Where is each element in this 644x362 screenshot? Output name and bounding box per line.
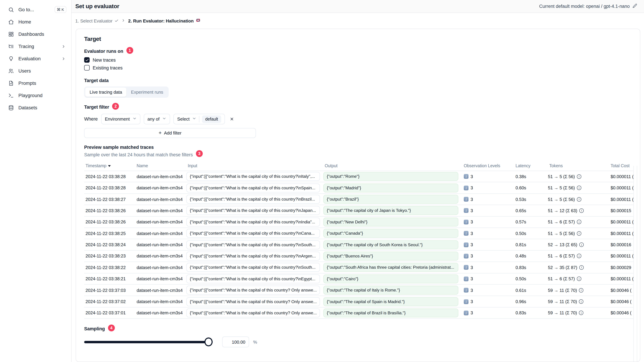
info-circle-icon[interactable]: i <box>579 243 584 247</box>
cell-input[interactable]: {"input":[{"content":"What is the capita… <box>186 263 320 272</box>
column-header-observation-levels[interactable]: Observation Levels <box>462 163 514 168</box>
sidebar-item-label: Home <box>18 19 66 24</box>
cell-input[interactable]: {"input":[{"content":"What is the capita… <box>186 252 320 261</box>
slider-thumb[interactable] <box>204 338 212 346</box>
sidebar-item-evaluation[interactable]: Evaluation <box>0 52 71 65</box>
cell-tokens: 59 → 11 (Σ 70) i <box>548 310 609 316</box>
tab-live-tracing-data[interactable]: Live tracing data <box>85 87 126 97</box>
cell-output[interactable]: {"output":"The capital city of South Kor… <box>323 240 458 249</box>
column-header-tokens[interactable]: Tokens <box>548 163 609 168</box>
cell-output[interactable]: {"output":"Madrid"} <box>323 183 458 192</box>
cell-output[interactable]: {"output":"The capital city of Japan is … <box>323 206 458 215</box>
table-row: 2024-11-22 03:37:03 dataset-run-item-cm3… <box>84 285 634 296</box>
filter-value-select[interactable]: Select default <box>174 114 225 124</box>
cell-latency: 0.50s <box>514 276 548 282</box>
cell-output[interactable]: {"output":"Canada"} <box>323 229 458 238</box>
info-circle-icon[interactable]: i <box>577 197 581 201</box>
cell-input[interactable]: {"input":[{"content":"What is the capita… <box>186 206 320 215</box>
info-circle-icon[interactable]: i <box>579 299 583 304</box>
cell-output[interactable]: {"output":"Cairo"} <box>323 275 458 283</box>
preview-subtitle-row: Sample over the last 24 hours that match… <box>84 151 203 158</box>
remove-filter-button[interactable] <box>228 115 236 123</box>
filter-column-select[interactable]: Environment <box>101 114 140 124</box>
cell-input[interactable]: {"input":[{"content":"What is the capita… <box>186 183 320 192</box>
cell-input[interactable]: {"input":[{"content":"What is the capita… <box>186 172 320 181</box>
info-circle-icon[interactable]: i <box>577 231 581 236</box>
table-scrollbar[interactable] <box>634 166 637 362</box>
cell-output[interactable]: {"output":"Buenos Aires"} <box>323 252 458 261</box>
cell-timestamp: 2024-11-22 03:38:22 <box>84 265 135 270</box>
cell-observation-level: i 3 <box>462 197 514 202</box>
goto-search[interactable]: Go to... ⌘ K <box>0 3 71 16</box>
filter-operator-value: any of <box>148 116 160 122</box>
add-filter-button[interactable]: + Add filter <box>84 128 256 138</box>
cell-latency: 0.53s <box>514 197 548 202</box>
sidebar-item-label: Playground <box>18 93 66 98</box>
column-header-total-cost[interactable]: Total Cost <box>609 163 634 168</box>
edit-model-button[interactable] <box>632 3 637 9</box>
cell-input[interactable]: {"input":[{"content":"What is the capita… <box>186 297 320 306</box>
cell-total-cost: $0.000011 ( <box>609 197 634 202</box>
column-header-latency[interactable]: Latency <box>514 163 548 168</box>
checkbox-new-traces[interactable]: New traces <box>84 57 634 63</box>
checkbox-existing-traces[interactable]: Existing traces <box>84 65 634 70</box>
sidebar-item-tracing[interactable]: Tracing <box>0 40 71 52</box>
cell-observation-level: i 3 <box>462 208 514 213</box>
sidebar-item-datasets[interactable]: Datasets <box>0 101 71 114</box>
sidebar-item-prompts[interactable]: Prompts <box>0 77 71 89</box>
cell-timestamp: 2024-11-22 03:38:21 <box>84 276 135 282</box>
cell-name: dataset-run-item-cm3s4 <box>135 288 186 293</box>
filter-operator-select[interactable]: any of <box>144 114 170 124</box>
column-label: Name <box>137 163 148 168</box>
cell-input[interactable]: {"input":[{"content":"What is the capita… <box>186 275 320 283</box>
cell-output[interactable]: {"output":"New Delhi"} <box>323 218 458 226</box>
cell-output[interactable]: {"output":"The capital of Spain is Madri… <box>323 297 458 306</box>
table-row: 2024-11-22 03:38:27 dataset-run-item-cm3… <box>84 194 634 205</box>
cell-input[interactable]: {"input":[{"content":"What is the capita… <box>186 229 320 238</box>
observation-level-value: 3 <box>470 276 473 282</box>
breadcrumb-step-1[interactable]: 1. Select Evaluator <box>75 18 118 23</box>
divider <box>199 116 200 122</box>
target-data-label: Target data <box>84 78 109 83</box>
cell-output[interactable]: {"output":"Rome"} <box>323 172 458 181</box>
cell-output[interactable]: {"output":"The capital of Italy is Rome.… <box>323 286 458 295</box>
info-circle-icon[interactable]: i <box>577 174 581 179</box>
observation-level-value: 3 <box>470 197 473 202</box>
column-header-output[interactable]: Output <box>323 163 462 168</box>
column-header-name[interactable]: Name <box>135 163 186 168</box>
sidebar: Go to... ⌘ K Home Dashboards Tracing <box>0 0 72 362</box>
info-circle-icon[interactable]: i <box>579 265 584 270</box>
where-label: Where <box>84 116 98 122</box>
cell-input[interactable]: {"input":[{"content":"What is the capita… <box>186 218 320 226</box>
cell-output[interactable]: {"output":"The capital of Brazil is Bras… <box>323 309 458 317</box>
info-circle-icon[interactable]: i <box>579 208 584 213</box>
observation-level-value: 3 <box>470 265 473 270</box>
cell-input[interactable]: {"input":[{"content":"What is the capita… <box>186 286 320 295</box>
sidebar-item-users[interactable]: Users <box>0 65 71 77</box>
info-circle-icon[interactable]: i <box>577 186 581 190</box>
cell-input[interactable]: {"input":[{"content":"What is the capita… <box>186 240 320 249</box>
table-row: 2024-11-22 03:38:24 dataset-run-item-cm3… <box>84 239 634 251</box>
sidebar-item-home[interactable]: Home <box>0 16 71 28</box>
column-header-input[interactable]: Input <box>186 163 323 168</box>
cell-input[interactable]: {"input":[{"content":"What is the capita… <box>186 309 320 317</box>
cell-input[interactable]: {"input":[{"content":"What is the capita… <box>186 195 320 204</box>
info-circle-icon[interactable]: i <box>577 220 581 224</box>
sidebar-item-playground[interactable]: Playground <box>0 89 71 101</box>
sampling-percent-input[interactable] <box>222 337 249 347</box>
cell-output[interactable]: {"output":"South Africa has three capita… <box>323 263 458 272</box>
info-circle-icon[interactable]: i <box>579 288 583 292</box>
cell-observation-level: i 3 <box>462 310 514 316</box>
sampling-slider[interactable] <box>84 338 212 346</box>
info-circle-icon[interactable]: i <box>579 311 583 315</box>
cell-output[interactable]: {"output":"Brazil"} <box>323 195 458 204</box>
info-circle-icon[interactable]: i <box>577 277 581 281</box>
column-label: Input <box>188 163 197 168</box>
tab-experiment-runs[interactable]: Experiment runs <box>126 87 168 97</box>
sidebar-item-dashboards[interactable]: Dashboards <box>0 28 71 40</box>
breadcrumb-step-2-label: 2. Run Evaluator: Hallucination <box>128 18 194 23</box>
cell-observation-level: i 3 <box>462 254 514 259</box>
info-circle-icon[interactable]: i <box>577 254 581 258</box>
column-header-timestamp[interactable]: Timestamp <box>84 163 135 168</box>
info-square-icon: i <box>464 299 468 304</box>
